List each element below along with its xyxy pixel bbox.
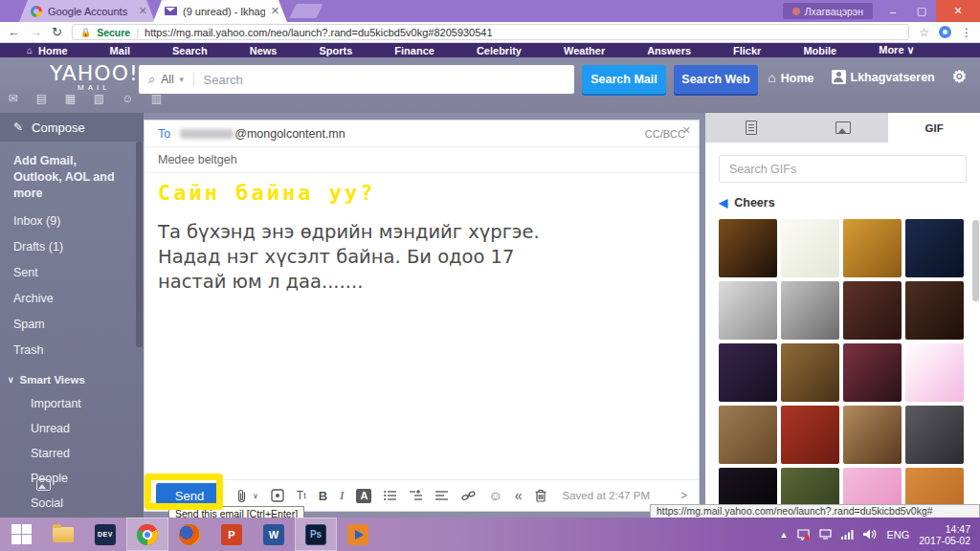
home-link[interactable]: ⌂Home (768, 70, 813, 85)
attach-dropdown-icon[interactable]: ∨ (253, 492, 258, 500)
attach-icon[interactable] (235, 489, 248, 503)
start-button[interactable] (0, 518, 42, 551)
notepad-icon[interactable]: ▧ (92, 92, 106, 105)
sidebar-section-smart-views[interactable]: ∨ Smart Views (8, 372, 144, 388)
taskbar-photoshop[interactable]: Ps (295, 518, 337, 551)
gif-search-input[interactable]: Search GIFs (719, 155, 967, 183)
calendar-icon[interactable]: ▦ (63, 92, 78, 105)
gif-thumbnail[interactable] (905, 281, 964, 340)
back-button[interactable]: ← (8, 25, 20, 39)
mail-icon[interactable]: ✉ (6, 92, 20, 105)
bullet-list-icon[interactable] (384, 490, 397, 501)
new-tab-button[interactable] (290, 4, 323, 18)
display-icon[interactable] (819, 529, 832, 540)
gif-thumbnail[interactable] (719, 343, 777, 402)
gif-thumbnail[interactable] (905, 219, 964, 277)
gif-thumbnail[interactable] (843, 219, 902, 277)
language-indicator[interactable]: ENG (886, 529, 909, 540)
gif-thumbnail[interactable] (905, 406, 964, 464)
gif-thumbnail[interactable] (905, 343, 964, 402)
messenger-icon[interactable]: ☺ (121, 92, 135, 105)
sidebar-smart-view-item[interactable]: Starred (31, 446, 144, 462)
sidebar-folder-item[interactable]: Inbox (9) (13, 213, 144, 230)
yahoo-nav-item[interactable]: Flickr (733, 45, 761, 56)
emoji-icon[interactable]: ☺ (488, 488, 501, 503)
settings-gear-icon[interactable]: ⚙ (952, 67, 967, 87)
compose-button[interactable]: ✎ Compose (0, 113, 144, 142)
bold-icon[interactable]: B (319, 489, 327, 503)
italic-icon[interactable]: I (340, 488, 344, 503)
sidebar-smart-view-item[interactable]: Unread (31, 421, 144, 437)
taskbar-firefox[interactable] (168, 518, 211, 551)
message-body[interactable]: Сайн байна уу? Та бүхэнд энэ өдрийн мэнд… (145, 173, 699, 302)
tab-close-icon[interactable]: ✕ (271, 5, 279, 17)
close-compose-icon[interactable]: ✕ (682, 124, 691, 137)
sidebar-folder-item[interactable]: Trash (13, 342, 144, 359)
yahoo-nav-item[interactable]: Mail (110, 45, 130, 56)
yahoo-nav-item[interactable]: Search (172, 45, 208, 56)
window-maximize-button[interactable]: ▢ (907, 0, 936, 22)
back-arrow-icon[interactable]: ◀ (719, 196, 727, 209)
window-close-button[interactable]: ✕ (936, 0, 980, 22)
search-filter-dropdown[interactable]: All ▼ (161, 73, 193, 86)
align-icon[interactable] (435, 490, 449, 501)
address-bar[interactable]: 🔒 Secure | https://mg.mail.yahoo.com/neo… (72, 24, 909, 40)
ccbcc-toggle[interactable]: CC/BCC (645, 128, 685, 140)
sidebar-smart-view-item[interactable]: Social (31, 496, 144, 512)
news-icon[interactable]: ▥ (149, 92, 164, 105)
yahoo-nav-item[interactable]: Finance (394, 45, 434, 56)
account-link[interactable]: Lkhagvatseren (832, 70, 935, 84)
taskbar-file-explorer[interactable] (42, 518, 84, 551)
toolbar-expand-icon[interactable]: > (680, 489, 687, 502)
sidebar-item-add-accounts[interactable]: Add Gmail, Outlook, AOL and more (13, 153, 119, 202)
yahoo-nav-item[interactable]: Home (38, 45, 68, 56)
sidebar-folder-item[interactable]: Spam (13, 317, 144, 333)
sidebar-folder-item[interactable]: Drafts (1) (13, 239, 144, 255)
yahoo-nav-item[interactable]: More ∨ (879, 44, 914, 56)
photos-icon[interactable] (36, 479, 51, 491)
taskbar-word[interactable]: W (253, 518, 295, 551)
browser-tab-google-accounts[interactable]: Google Accounts ✕ (19, 0, 155, 22)
trash-icon[interactable] (535, 489, 546, 502)
taskbar-dev-cpp[interactable]: DEV (84, 518, 126, 551)
taskbar-chrome[interactable] (126, 518, 168, 551)
double-chevron-icon[interactable]: « (515, 488, 523, 503)
sidebar-scrollbar[interactable] (136, 142, 143, 347)
yahoo-nav-item[interactable]: Mobile (803, 45, 836, 56)
gif-thumbnail[interactable] (843, 406, 902, 464)
highlight-color-icon[interactable]: A (356, 489, 371, 503)
indent-list-icon[interactable] (410, 490, 423, 501)
gif-thumbnail[interactable] (719, 281, 777, 340)
yahoo-mail-logo[interactable]: YAHOO! MAIL (50, 61, 139, 92)
to-field[interactable]: To @mongolcontent.mn CC/BCC (145, 121, 699, 147)
sidebar-folder-item[interactable]: Archive (13, 291, 144, 307)
mail-search-box[interactable]: ⌕ All ▼ Search (139, 65, 574, 94)
action-center-icon[interactable] (797, 529, 810, 540)
yahoo-nav-item[interactable]: Celebrity (477, 45, 522, 56)
search-web-button[interactable]: Search Web (674, 65, 758, 94)
gif-category-header[interactable]: ◀ Cheers (719, 196, 967, 209)
tray-expand-icon[interactable]: ▲ (780, 530, 789, 540)
gif-thumbnail[interactable] (719, 406, 777, 464)
sidebar-folder-item[interactable]: Sent (13, 265, 144, 281)
subject-field[interactable]: Medee beltgeh (145, 147, 699, 173)
gif-thumbnail[interactable] (843, 281, 902, 340)
font-size-icon[interactable]: Tt (297, 489, 306, 502)
gif-thumbnail[interactable] (781, 343, 839, 402)
tab-documents[interactable] (705, 113, 797, 143)
sidebar-smart-view-item[interactable]: Important (31, 396, 144, 412)
window-minimize-button[interactable]: – (879, 0, 907, 22)
browser-menu-icon[interactable]: ⋮ (961, 26, 972, 39)
link-icon[interactable] (461, 490, 476, 502)
gif-thumbnail[interactable] (719, 219, 777, 277)
gif-thumbnail[interactable] (781, 219, 839, 277)
taskbar-clock[interactable]: 14:47 2017-05-02 (919, 523, 970, 546)
network-icon[interactable] (841, 529, 854, 540)
gif-thumbnail[interactable] (781, 406, 839, 464)
gif-thumbnail[interactable] (843, 343, 902, 402)
contacts-icon[interactable]: ▤ (34, 92, 49, 105)
gif-thumbnail[interactable] (781, 281, 839, 340)
taskbar-media-player[interactable] (337, 518, 379, 551)
tab-photos[interactable] (797, 113, 889, 143)
volume-icon[interactable] (863, 529, 877, 540)
